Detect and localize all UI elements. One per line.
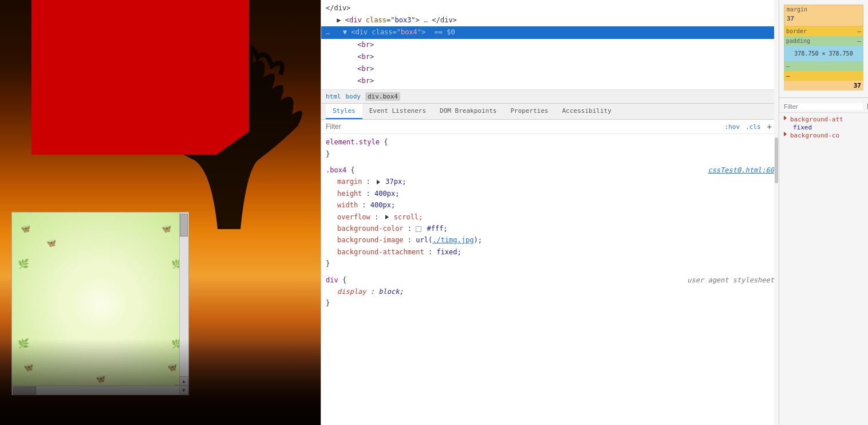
bgcolor-swatch[interactable]: [416, 226, 421, 232]
devtools-scrollbar[interactable]: [774, 0, 779, 425]
div-rule-block: div { user agent stylesheet display : bl…: [326, 274, 774, 309]
tab-accessibility[interactable]: Accessibility: [555, 104, 618, 119]
butterfly-3: 🦋: [161, 224, 171, 233]
margin-triangle[interactable]: [374, 178, 385, 186]
bgcolor-value: #fff;: [427, 225, 448, 233]
devtools-scrollbar-thumb[interactable]: [775, 137, 778, 183]
tree-line-br2: <br>: [321, 51, 779, 63]
box4-source[interactable]: cssTest0.html:60: [708, 166, 774, 174]
bgattach-value-line: fixed: [784, 124, 863, 131]
bgattach-prop-name: background-att: [790, 116, 843, 123]
bm-padding-bottom-spacer: –: [786, 62, 790, 70]
element-style-close-brace-line: }: [326, 148, 774, 160]
html-tree: </div> ▶ <div class="box3"> … </div> … ▼…: [321, 0, 779, 90]
box4-dollar-zero: == $0: [435, 28, 455, 36]
overflow-triangle[interactable]: [383, 213, 394, 221]
box4-height-prop: height : 400px;: [326, 188, 774, 199]
overflow-value: scroll;: [394, 213, 423, 221]
bm-border-val: –: [857, 27, 861, 35]
bgimage-url[interactable]: ./timg.jpg: [432, 236, 474, 244]
overflow-expand-triangle[interactable]: [385, 215, 389, 219]
box4-bgimage-prop: background-image : url(./timg.jpg);: [326, 234, 774, 246]
br3-tag: br: [361, 65, 369, 73]
margin-expand-triangle[interactable]: [377, 180, 380, 184]
tree-line-box3[interactable]: ▶ <div class="box3"> … </div>: [321, 14, 779, 26]
computed-prop-bgattach: background-att: [784, 115, 863, 124]
bm-padding-label: padding: [786, 38, 810, 44]
bm-border-row: border –: [784, 26, 863, 36]
box4-bgattach-prop: background-attachment : fixed;: [326, 246, 774, 258]
box4-close-brace-line: }: [326, 258, 774, 269]
computed-filter-input[interactable]: [784, 103, 863, 110]
bm-padding-row: padding –: [784, 36, 863, 46]
computed-properties: background-att fixed background-co: [779, 113, 868, 142]
tab-event-listeners[interactable]: Event Listeners: [362, 104, 433, 119]
breadcrumb-html[interactable]: html: [326, 93, 341, 100]
div-source-text: user agent stylesheet: [687, 276, 774, 284]
div-close-brace-line: }: [326, 297, 774, 309]
vscrollbar-thumb[interactable]: [180, 214, 188, 237]
bm-padding-val: –: [857, 37, 861, 45]
box4-prefix-ellipsis: …: [326, 28, 330, 36]
bm-border-bottom-row: –: [784, 71, 863, 81]
box3-ellipsis: …: [424, 16, 428, 24]
element-style-selector-line: element.style {: [326, 136, 774, 148]
computed-prop-bgcolor: background-co: [784, 131, 863, 140]
bgattach-property-name: background-attachment: [337, 248, 424, 256]
filter-input[interactable]: [326, 123, 723, 131]
element-style-block: element.style { }: [326, 136, 774, 160]
box4-margin-prop: margin : 37px;: [326, 176, 774, 187]
height-value: 400px;: [374, 190, 399, 198]
div-selector-line: div { user agent stylesheet: [326, 274, 774, 286]
butterfly-1: 🦋: [21, 224, 30, 233]
bgimage-value-prefix: url(: [416, 236, 432, 244]
tab-properties[interactable]: Properties: [503, 104, 555, 119]
right-panel: margin 37 border – padding – 378.750 × 3…: [779, 0, 868, 425]
box3-expand-arrow[interactable]: ▶: [337, 16, 341, 24]
close-tag: </div>: [326, 4, 350, 12]
div-open-brace: {: [342, 276, 346, 284]
tabs-bar: Styles Event Listeners DOM Breakpoints P…: [321, 104, 779, 120]
bm-padding-bottom-row: –: [784, 61, 863, 71]
browser-page: 🦋 🦋 🦋 🦋 🦋 🦋 🌿 🌿 🌿 🌿 Fan ▲ ▼: [0, 0, 321, 425]
box4-css-selector: .box4: [326, 166, 346, 174]
breadcrumb-box4[interactable]: div.box4: [365, 92, 400, 101]
tab-styles[interactable]: Styles: [326, 104, 362, 119]
bgcolor-property-name: background-color: [337, 225, 404, 233]
filter-bar: :hov .cls +: [321, 120, 779, 134]
display-property-name: display: [337, 288, 366, 296]
breadcrumb-body[interactable]: body: [346, 93, 361, 100]
tree-line-box4[interactable]: … ▼ <div class="box4"> == $0: [321, 26, 779, 38]
tree-line-close-div: </div>: [321, 2, 779, 14]
filter-buttons: :hov .cls +: [723, 122, 774, 131]
bm-margin-bottom-row: 37: [784, 81, 863, 90]
box4-attr-name: class: [372, 28, 392, 36]
box4-overflow-prop: overflow : scroll;: [326, 211, 774, 223]
tab-dom-breakpoints[interactable]: DOM Breakpoints: [433, 104, 503, 119]
bgattach-computed-value: fixed: [793, 124, 812, 131]
leaf-1: 🌿: [18, 258, 29, 269]
tree-line-br1: <br>: [321, 39, 779, 51]
devtools-panel: </div> ▶ <div class="box3"> … </div> … ▼…: [321, 0, 779, 425]
box3-attr-value: box3: [394, 16, 411, 24]
box3-open-bracket: <: [345, 16, 349, 24]
div-close-brace: }: [326, 299, 330, 307]
box4-expand-arrow[interactable]: ▼: [343, 28, 347, 36]
br2-tag: br: [361, 53, 369, 61]
div-css-selector: div: [326, 276, 338, 284]
bgattach-expand-tri[interactable]: [784, 116, 787, 120]
bm-margin-top: 37: [787, 15, 794, 22]
cls-button[interactable]: .cls: [744, 123, 763, 131]
center-glow: [72, 275, 129, 332]
bgcolor-expand-tri[interactable]: [784, 132, 787, 136]
breadcrumb-bar: html body div.box4: [321, 90, 779, 104]
element-style-close-brace: }: [326, 150, 330, 158]
add-style-button[interactable]: +: [765, 122, 774, 131]
margin-property-name: margin: [337, 178, 362, 186]
box4-source-link[interactable]: cssTest0.html:60: [708, 164, 774, 176]
hov-button[interactable]: :hov: [723, 123, 742, 131]
divider: [779, 97, 868, 98]
box-model-area: margin 37 border – padding – 378.750 × 3…: [779, 0, 868, 95]
margin-value: 37px;: [385, 178, 406, 186]
tree-line-br4: <br>: [321, 75, 779, 87]
